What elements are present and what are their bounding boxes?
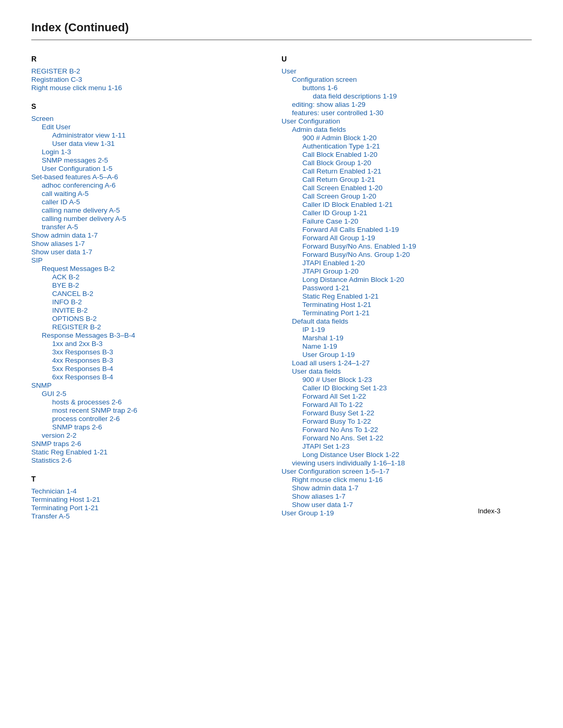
index-link[interactable]: User Configuration 1-5 (42, 165, 113, 172)
index-link[interactable]: User Configuration (282, 117, 340, 125)
index-link[interactable]: Right mouse click menu 1-16 (292, 476, 383, 484)
index-link[interactable]: INVITE B-2 (52, 306, 88, 314)
index-link[interactable]: Caller ID Blocking Set 1-23 (302, 384, 387, 392)
index-link[interactable]: data field descriptions 1-19 (313, 92, 397, 100)
index-link[interactable]: JTAPI Set 1-23 (302, 442, 350, 450)
index-link[interactable]: Name 1-19 (302, 342, 337, 350)
index-link[interactable]: 900 # User Block 1-23 (302, 376, 372, 384)
index-link[interactable]: most recent SNMP trap 2-6 (52, 406, 137, 414)
index-link[interactable]: transfer A-5 (42, 223, 78, 231)
index-link[interactable]: 3xx Responses B-3 (52, 348, 113, 356)
index-link[interactable]: Call Block Enabled 1-20 (302, 151, 377, 158)
index-link[interactable]: REGISTER B-2 (31, 67, 80, 75)
index-link[interactable]: adhoc conferencing A-6 (42, 181, 116, 189)
index-link[interactable]: User Configuration screen 1-5–1-7 (282, 467, 389, 475)
index-link[interactable]: OPTIONS B-2 (52, 315, 97, 323)
index-link[interactable]: Request Messages B-2 (42, 265, 115, 273)
index-link[interactable]: User (282, 67, 297, 75)
index-link[interactable]: Long Distance User Block 1-22 (302, 451, 399, 459)
index-link[interactable]: Show admin data 1-7 (31, 231, 98, 239)
index-link[interactable]: Registration C-3 (31, 76, 82, 83)
index-link[interactable]: process controller 2-6 (52, 415, 120, 423)
index-link[interactable]: Forward Busy Set 1-22 (302, 409, 374, 417)
index-link[interactable]: Static Reg Enabled 1-21 (31, 448, 107, 456)
index-link[interactable]: Call Return Enabled 1-21 (302, 167, 382, 175)
index-link[interactable]: Transfer A-5 (31, 512, 70, 520)
index-link[interactable]: hosts & processes 2-6 (52, 398, 122, 406)
index-link[interactable]: 6xx Responses B-4 (52, 373, 113, 381)
index-link[interactable]: JTAPI Enabled 1-20 (302, 259, 365, 267)
index-link[interactable]: Forward All Calls Enabled 1-19 (302, 226, 399, 233)
index-link[interactable]: call waiting A-5 (42, 190, 89, 198)
index-link[interactable]: Admin data fields (292, 126, 346, 133)
index-link[interactable]: Edit User (42, 123, 71, 131)
index-link[interactable]: Forward Busy/No Ans. Group 1-20 (302, 251, 410, 258)
index-link[interactable]: Login 1-3 (42, 148, 71, 156)
index-link[interactable]: Load all users 1-24–1-27 (292, 359, 370, 367)
index-link[interactable]: Show aliases 1-7 (292, 492, 346, 500)
index-link[interactable]: IP 1-19 (302, 326, 325, 334)
index-link[interactable]: Technician 1-4 (31, 487, 77, 495)
index-link[interactable]: Authentication Type 1-21 (302, 142, 380, 150)
index-link[interactable]: features: user controlled 1-30 (292, 109, 384, 117)
index-link[interactable]: Forward Busy/No Ans. Enabled 1-19 (302, 242, 416, 250)
index-link[interactable]: SNMP messages 2-5 (42, 156, 108, 164)
index-link[interactable]: Terminating Port 1-21 (31, 504, 99, 512)
index-link[interactable]: Administrator view 1-11 (52, 131, 126, 139)
index-link[interactable]: editing: show alias 1-29 (292, 101, 365, 108)
index-link[interactable]: CANCEL B-2 (52, 290, 93, 298)
index-link[interactable]: Set-based features A-5–A-6 (31, 173, 118, 181)
index-link[interactable]: User data fields (292, 367, 341, 375)
index-link[interactable]: 4xx Responses B-3 (52, 356, 113, 364)
index-link[interactable]: INFO B-2 (52, 298, 82, 306)
index-link[interactable]: Caller ID Block Enabled 1-21 (302, 201, 393, 208)
index-link[interactable]: Long Distance Admin Block 1-20 (302, 276, 404, 283)
index-link[interactable]: GUI 2-5 (42, 390, 66, 398)
index-link[interactable]: BYE B-2 (52, 281, 79, 289)
index-link[interactable]: Show user data 1-7 (292, 501, 353, 509)
index-link[interactable]: version 2-2 (42, 431, 77, 439)
index-link[interactable]: SIP (31, 256, 43, 264)
index-link[interactable]: User Group 1-19 (282, 509, 334, 517)
index-link[interactable]: Screen (31, 115, 54, 122)
index-link[interactable]: ACK B-2 (52, 273, 80, 281)
index-link[interactable]: 5xx Responses B-4 (52, 365, 113, 373)
index-link[interactable]: SNMP traps 2-6 (31, 440, 81, 448)
index-link[interactable]: Caller ID Group 1-21 (302, 209, 368, 217)
index-link[interactable]: calling name delivery A-5 (42, 206, 120, 214)
index-link[interactable]: Call Block Group 1-20 (302, 159, 371, 167)
index-link[interactable]: Right mouse click menu 1-16 (31, 84, 122, 92)
index-link[interactable]: User Group 1-19 (302, 351, 355, 359)
index-link[interactable]: JTAPI Group 1-20 (302, 267, 359, 275)
index-link[interactable]: Default data fields (292, 317, 348, 325)
index-link[interactable]: 900 # Admin Block 1-20 (302, 134, 377, 142)
index-link[interactable]: REGISTER B-2 (52, 323, 101, 331)
index-link[interactable]: Forward Busy To 1-22 (302, 417, 371, 425)
index-link[interactable]: Show aliases 1-7 (31, 240, 85, 248)
index-link[interactable]: Configuration screen (292, 76, 357, 83)
index-link[interactable]: SNMP traps 2-6 (52, 423, 102, 431)
index-link[interactable]: Show user data 1-7 (31, 248, 92, 256)
index-link[interactable]: Forward All To 1-22 (302, 401, 363, 409)
index-link[interactable]: Call Return Group 1-21 (302, 176, 375, 183)
index-link[interactable]: Show admin data 1-7 (292, 484, 359, 492)
index-link[interactable]: SNMP (31, 381, 52, 389)
index-link[interactable]: calling number delivery A-5 (42, 215, 126, 223)
index-link[interactable]: 1xx and 2xx B-3 (52, 340, 103, 348)
index-link[interactable]: Terminating Host 1-21 (302, 301, 371, 309)
index-link[interactable]: Forward No Ans To 1-22 (302, 426, 378, 434)
index-link[interactable]: Forward No Ans. Set 1-22 (302, 434, 383, 442)
index-link[interactable]: Marshal 1-19 (302, 334, 344, 342)
index-link[interactable]: Failure Case 1-20 (302, 217, 358, 225)
index-link[interactable]: Response Messages B-3–B-4 (42, 331, 135, 339)
index-link[interactable]: viewing users individually 1-16–1-18 (292, 459, 405, 467)
index-link[interactable]: Password 1-21 (302, 284, 349, 292)
index-link[interactable]: User data view 1-31 (52, 140, 115, 147)
index-link[interactable]: Terminating Port 1-21 (302, 309, 370, 317)
index-link[interactable]: Call Screen Group 1-20 (302, 192, 376, 200)
index-link[interactable]: Statistics 2-6 (31, 456, 71, 464)
index-link[interactable]: buttons 1-6 (302, 84, 338, 92)
index-link[interactable]: Static Reg Enabled 1-21 (302, 292, 378, 300)
index-link[interactable]: caller ID A-5 (42, 198, 80, 206)
index-link[interactable]: Forward All Set 1-22 (302, 392, 366, 400)
